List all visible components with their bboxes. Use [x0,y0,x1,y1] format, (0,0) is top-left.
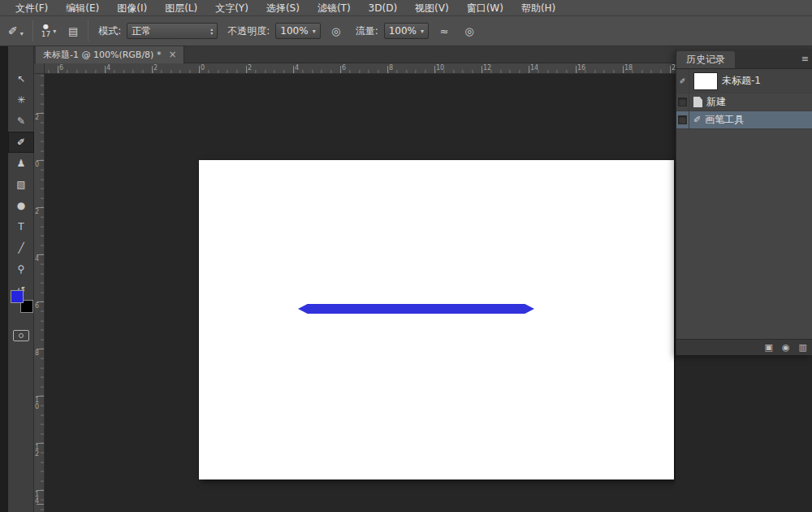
menu-item[interactable]: 编辑(E) [57,0,108,16]
chevron-down-icon: ▾ [313,28,316,35]
menu-item[interactable]: 帮助(H) [512,0,564,16]
pen-pressure-icon: ◎ [464,25,473,37]
clone-stamp-tool[interactable]: ♟ [8,153,34,174]
blur-tool[interactable]: ● [8,195,34,216]
new-document-from-state-icon[interactable]: ▣ [765,342,773,353]
menu-item[interactable]: 图像(I) [108,0,156,16]
eyedropper-tool-icon: ✎ [17,115,25,127]
history-panel-header: 历史记录 ≡ [676,49,812,69]
clone-stamp-tool-icon: ♟ [17,158,26,169]
brush-tool[interactable]: ✐ [8,132,34,153]
chevron-down-icon: ▾ [20,30,24,37]
history-brush-source-checkbox[interactable] [676,93,689,111]
brush-preset-picker[interactable]: ● 17 ▾ [39,24,58,38]
foreground-color-swatch[interactable] [11,290,24,303]
brush-tool-icon: ✐ [8,24,18,37]
eyedropper-tool[interactable]: ✎ [8,111,34,132]
tool-preset-picker[interactable]: ✐ ▾ [5,23,27,39]
close-tab-icon[interactable]: × [168,50,176,59]
flow-select[interactable]: 100% ▾ [384,23,429,39]
history-state-row[interactable]: ✐画笔工具 [676,111,812,129]
ruler-number: 4 [106,64,110,72]
ruler-number: 12 [483,64,491,72]
ruler-number: 14 [530,64,538,72]
opacity-value: 100% [280,25,308,37]
line-tool[interactable]: ╱ [8,237,34,258]
mode-select[interactable]: 正常 ▴▾ [127,23,218,39]
history-state-row[interactable]: 新建 [676,93,812,111]
panel-dock-strip [0,46,8,512]
menu-item[interactable]: 文件(F) [6,0,57,16]
ruler-number: 0 [35,162,41,168]
history-item-label: 画笔工具 [705,113,744,127]
brush-panel-icon: ▤ [68,25,78,37]
menu-item[interactable]: 文字(Y) [206,0,257,16]
menu-item[interactable]: 选择(S) [257,0,309,16]
history-panel: 历史记录 ≡ ✐未标题-1新建✐画笔工具 ▣◉▥ [676,49,812,355]
size-pressure-button[interactable]: ◎ [460,22,479,40]
brush-tool-icon: ✐ [17,137,25,148]
canvas-area[interactable] [45,74,676,512]
gradient-tool[interactable]: ▧ [8,174,34,195]
document-canvas[interactable] [199,160,674,479]
snapshot-thumbnail [693,72,718,90]
history-item-label: 未标题-1 [722,74,761,88]
ruler-number: 10 [436,64,444,72]
ruler-number: 2 [35,115,41,121]
chevron-down-icon: ▾ [53,28,56,35]
ruler-number: 2 [153,64,158,72]
menu-item[interactable]: 视图(V) [406,0,458,16]
brush-stroke [298,304,534,314]
history-snapshot-row[interactable]: ✐未标题-1 [676,69,812,93]
vertical-ruler[interactable]: 202468101214 [34,74,45,512]
ruler-number: 6 [35,303,41,310]
new-snapshot-camera-icon[interactable]: ◉ [782,342,790,353]
ruler-number: 8 [389,64,393,72]
ruler-number: 4 [35,256,41,263]
opacity-pressure-button[interactable]: ◎ [326,22,346,40]
ruler-number: 0 [201,64,205,72]
move-tool[interactable]: ↖ [8,68,34,89]
ruler-number: 2 [248,64,252,72]
history-brush-source-icon[interactable]: ✐ [676,69,689,93]
menu-item[interactable]: 图层(L) [156,0,206,16]
menu-item[interactable]: 窗口(W) [458,0,512,16]
ruler-number: 2 [35,209,41,215]
brush-icon: ✐ [693,115,701,125]
quick-mask-button[interactable] [13,330,29,341]
ruler-number: 14 [35,492,41,505]
magic-wand-tool-icon: ✳ [17,94,25,106]
ruler-number: 18 [624,64,633,72]
flow-value: 100% [389,25,417,37]
airbrush-button[interactable]: ≈ [434,22,454,40]
pen-pressure-icon: ◎ [331,25,340,37]
panel-menu-icon[interactable]: ≡ [801,54,809,64]
airbrush-icon: ≈ [440,25,449,37]
ruler-number: 4 [295,64,299,72]
zoom-tool-icon: ⚲ [18,263,25,275]
chevron-down-icon: ▾ [421,28,424,35]
delete-state-icon[interactable]: ▥ [799,342,807,353]
horizontal-ruler[interactable]: 64202468101214161820 [45,63,676,74]
magic-wand-tool[interactable]: ✳ [8,89,34,111]
toggle-brush-panel-button[interactable]: ▤ [64,22,82,40]
tool-list: ↖✳✎✐♟▧●T╱⚲↺ [8,68,33,301]
ruler-corner[interactable] [34,63,45,74]
mode-label: 模式: [98,24,121,38]
history-tab[interactable]: 历史记录 [676,51,735,68]
opacity-label: 不透明度: [227,24,270,38]
blur-tool-icon: ● [17,200,25,211]
menu-item[interactable]: 3D(D) [360,0,406,16]
history-item-label: 新建 [706,95,726,109]
menu-item[interactable]: 滤镜(T) [309,0,360,16]
history-brush-source-checkbox[interactable] [676,111,689,128]
ruler-number: 10 [35,397,41,410]
mode-value: 正常 [132,24,151,38]
document-tab[interactable]: 未标题-1 @ 100%(RGB/8) * × [36,46,184,63]
type-tool[interactable]: T [8,216,34,237]
opacity-select[interactable]: 100% ▾ [275,23,320,39]
type-tool-icon: T [18,221,24,232]
zoom-tool[interactable]: ⚲ [8,258,34,280]
flow-label: 流量: [356,24,378,38]
brush-tip-icon: ● [43,24,49,30]
